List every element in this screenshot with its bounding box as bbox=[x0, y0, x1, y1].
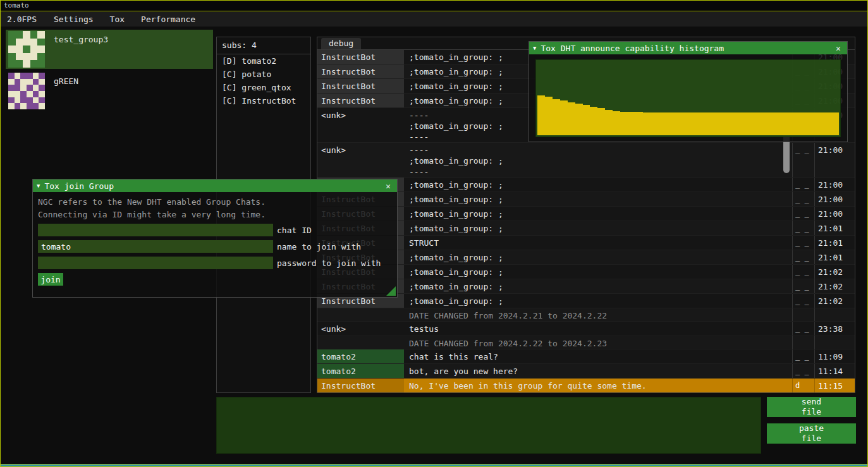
collapse-arrow-icon[interactable]: ▼ bbox=[37, 183, 40, 189]
menu-tox[interactable]: Tox bbox=[102, 12, 133, 27]
chat-id-label: chat ID bbox=[277, 226, 312, 235]
avatar-pixel bbox=[23, 45, 30, 53]
tab-debug[interactable]: debug bbox=[321, 38, 361, 49]
peer-item[interactable]: [C] potato bbox=[217, 68, 310, 81]
join-name-input[interactable] bbox=[38, 240, 273, 253]
receipt-flags: _ _ bbox=[792, 250, 814, 264]
window-titlebar[interactable]: tomato bbox=[1, 1, 867, 11]
timestamp: 21:01 bbox=[814, 250, 855, 264]
close-icon[interactable]: ✕ bbox=[833, 44, 843, 53]
message-text: ---- ;tomato_in_group: ; ---- bbox=[404, 143, 792, 177]
resize-grip[interactable] bbox=[386, 286, 396, 296]
message-text: testus bbox=[404, 322, 792, 336]
chat-row[interactable]: InstructBot;tomato_in_group: ;_ _21:02 bbox=[317, 294, 855, 308]
dht-histogram-window: ▼ Tox DHT announce capability histogram … bbox=[529, 41, 848, 142]
chat-row[interactable]: InstructBotNo, I've been in this group f… bbox=[317, 379, 855, 392]
histogram-bar bbox=[831, 112, 839, 135]
histogram-bar bbox=[553, 99, 560, 135]
avatar-pixel bbox=[20, 85, 27, 91]
chat-row[interactable]: tomato2chat is this real?_ _11:09 bbox=[317, 349, 855, 364]
avatar-pixel bbox=[27, 97, 33, 104]
histogram-bar bbox=[545, 97, 553, 135]
date-separator[interactable]: DATE CHANGED from 2024.2.21 to 2024.2.22 bbox=[317, 308, 855, 322]
chat-row[interactable]: InstructBot;tomato_in_group: ;_ _21:00 bbox=[317, 178, 855, 192]
join-info-line: Connecting via ID might take a very long… bbox=[38, 209, 392, 221]
menu-settings[interactable]: Settings bbox=[46, 12, 102, 27]
chat-row[interactable]: InstructBotSTRUCT_ _21:01 bbox=[317, 236, 855, 250]
timestamp: 23:38 bbox=[814, 322, 855, 336]
avatar-pixel bbox=[37, 45, 45, 53]
chat-row[interactable]: InstructBot;tomato_in_group: ;_ _21:01 bbox=[317, 250, 855, 265]
chat-row[interactable]: InstructBot;tomato_in_group: ;_ _21:00 bbox=[317, 207, 855, 221]
menu-performance[interactable]: Performance bbox=[133, 12, 204, 27]
date-separator[interactable]: DATE CHANGED from 2024.2.22 to 2024.2.23 bbox=[317, 336, 855, 349]
chat-row[interactable]: <unk>testus_ _23:38 bbox=[317, 322, 855, 336]
peer-item[interactable]: [C] green_qtox bbox=[217, 81, 310, 94]
avatar-pixel bbox=[39, 85, 45, 91]
avatar-pixel bbox=[27, 79, 33, 85]
timestamp: 21:00 bbox=[814, 143, 855, 177]
avatar-pixel bbox=[37, 39, 45, 46]
sender-name: <unk> bbox=[317, 322, 404, 336]
close-icon[interactable]: ✕ bbox=[383, 181, 393, 191]
histogram-bar bbox=[824, 112, 831, 135]
compose-input[interactable] bbox=[216, 397, 761, 454]
avatar-pixel bbox=[15, 91, 21, 97]
timestamp: 21:02 bbox=[814, 294, 855, 308]
join-password-input[interactable] bbox=[38, 257, 273, 269]
avatar-pixel bbox=[20, 79, 27, 85]
dht-histogram-titlebar[interactable]: ▼ Tox DHT announce capability histogram … bbox=[529, 42, 847, 54]
histogram-bar bbox=[786, 112, 793, 135]
sender-name: InstructBot bbox=[317, 94, 404, 107]
histogram-bar bbox=[597, 108, 605, 135]
group-item-gREEN[interactable]: gREEN bbox=[6, 71, 213, 111]
group-item-test_group3[interactable]: test_group3 bbox=[6, 30, 213, 69]
avatar-pixel bbox=[15, 79, 21, 85]
avatar-pixel bbox=[15, 85, 21, 91]
receipt-flags: _ _ bbox=[792, 192, 814, 206]
chat-row[interactable]: InstructBot;tomato_in_group: ;_ _21:02 bbox=[317, 279, 855, 294]
message-text: ;tomato_in_group: ; bbox=[404, 192, 792, 206]
chat-row[interactable]: tomato2bot, are you new here?_ _11:14 bbox=[317, 364, 855, 379]
avatar-pixel bbox=[16, 31, 23, 39]
join-button[interactable]: join bbox=[38, 273, 63, 286]
dht-histogram-plot bbox=[535, 59, 841, 137]
avatar-pixel bbox=[27, 85, 33, 91]
histogram-bar bbox=[726, 112, 733, 135]
group-name: test_group3 bbox=[54, 35, 108, 44]
timestamp: 21:02 bbox=[814, 265, 855, 279]
message-text: ;tomato_in_group: ; bbox=[404, 279, 792, 293]
avatar-pixel bbox=[8, 91, 15, 97]
paste-file-button[interactable]: paste file bbox=[767, 423, 856, 444]
join-group-titlebar[interactable]: ▼ Tox join Group ✕ bbox=[33, 179, 397, 192]
avatar-pixel bbox=[8, 53, 16, 61]
histogram-bar bbox=[718, 112, 726, 135]
avatar-pixel bbox=[27, 103, 33, 109]
dht-histogram-title: Tox DHT announce capability histogram bbox=[541, 44, 829, 53]
chat-row[interactable]: InstructBot;tomato_in_group: ;_ _21:00 bbox=[317, 192, 855, 207]
join-password-label: password to join with bbox=[277, 258, 381, 268]
avatar-pixel bbox=[27, 73, 33, 79]
chat-row[interactable]: InstructBot;tomato_in_group: ;_ _21:01 bbox=[317, 221, 855, 236]
join-info-line: NGC refers to the New DHT enabled Group … bbox=[38, 196, 392, 209]
histogram-bar bbox=[583, 105, 590, 135]
avatar-pixel bbox=[8, 60, 16, 68]
send-file-button[interactable]: send file bbox=[767, 397, 856, 417]
histogram-bar bbox=[605, 110, 613, 135]
group-avatar bbox=[8, 73, 45, 109]
avatar-pixel bbox=[15, 103, 21, 109]
peer-item[interactable]: [C] InstructBot bbox=[217, 94, 310, 107]
chat-row[interactable]: <unk>---- ;tomato_in_group: ; ----_ _21:… bbox=[317, 143, 855, 178]
avatar-pixel bbox=[16, 60, 23, 68]
peer-item[interactable]: [D] tomato2 bbox=[217, 54, 310, 68]
message-text: ;tomato_in_group: ; bbox=[404, 250, 792, 264]
receipt-flags: _ _ bbox=[792, 143, 814, 177]
chat-row[interactable]: InstructBot;tomato_in_group: ;_ _21:02 bbox=[317, 265, 855, 279]
histogram-bar bbox=[681, 112, 688, 135]
chat-id-input[interactable] bbox=[38, 224, 273, 236]
avatar-pixel bbox=[8, 39, 16, 46]
avatar-pixel bbox=[39, 97, 45, 104]
sender-name: tomato2 bbox=[317, 349, 404, 363]
avatar-pixel bbox=[8, 31, 16, 39]
collapse-arrow-icon[interactable]: ▼ bbox=[533, 45, 536, 51]
